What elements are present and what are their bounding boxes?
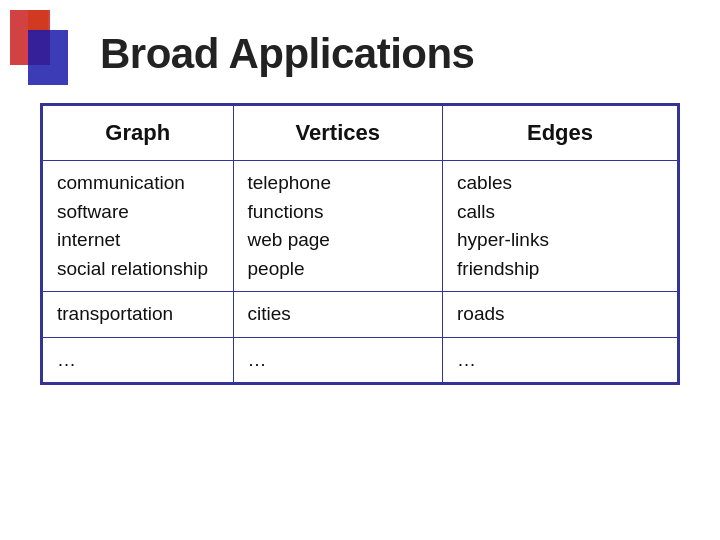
edge-hyperlinks: hyper-links: [457, 229, 549, 250]
slide-title: Broad Applications: [100, 30, 690, 78]
vertex-functions: functions: [248, 201, 324, 222]
edge-friendship: friendship: [457, 258, 539, 279]
vertex-webpage: web page: [248, 229, 330, 250]
vertex-telephone: telephone: [248, 172, 331, 193]
cell-vertices-ellipsis: …: [233, 337, 443, 383]
cell-vertices-cities: cities: [233, 292, 443, 338]
table-row: transportation cities roads: [43, 292, 678, 338]
header-edges: Edges: [443, 106, 678, 161]
cell-edges-ellipsis: …: [443, 337, 678, 383]
applications-table: Graph Vertices Edges communication softw…: [42, 105, 678, 383]
table-row: communication software internet social r…: [43, 161, 678, 292]
edge-calls: calls: [457, 201, 495, 222]
header-graph: Graph: [43, 106, 234, 161]
table-row: … … …: [43, 337, 678, 383]
vertex-people: people: [248, 258, 305, 279]
row-social-relationship: social relationship: [57, 258, 208, 279]
cell-graph-ellipsis: …: [43, 337, 234, 383]
accent-decoration: [0, 0, 70, 90]
cell-vertices-multi: telephone functions web page people: [233, 161, 443, 292]
cell-graph-multi: communication software internet social r…: [43, 161, 234, 292]
row-software: software: [57, 201, 129, 222]
data-table-wrapper: Graph Vertices Edges communication softw…: [40, 103, 680, 385]
cell-edges-roads: roads: [443, 292, 678, 338]
accent-blue: [28, 30, 68, 85]
row-communication: communication: [57, 172, 185, 193]
slide: Broad Applications Graph Vertices Edges …: [0, 0, 720, 540]
header-vertices: Vertices: [233, 106, 443, 161]
cell-edges-multi: cables calls hyper-links friendship: [443, 161, 678, 292]
table-header-row: Graph Vertices Edges: [43, 106, 678, 161]
edge-cables: cables: [457, 172, 512, 193]
row-internet: internet: [57, 229, 120, 250]
cell-graph-transportation: transportation: [43, 292, 234, 338]
